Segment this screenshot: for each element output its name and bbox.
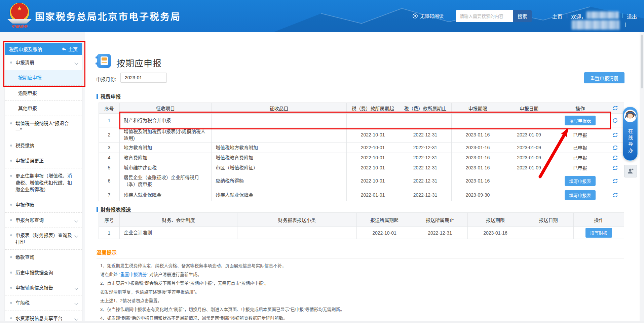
bullet-icon bbox=[10, 145, 12, 147]
sidebar-item-declaration-form-query-print[interactable]: 申报表（财务报表）查询及打印 bbox=[5, 228, 82, 250]
table-row: 4 教育费附加 增值税教育费附加 2022-10-01 2022-12-31 2… bbox=[99, 153, 624, 163]
sidebar-item-other-declaration[interactable]: 其他申报 bbox=[5, 101, 82, 116]
fill-financial-report-button[interactable]: 填写财报 bbox=[585, 228, 612, 238]
column-header: 操作 bbox=[574, 213, 624, 227]
refresh-icon[interactable] bbox=[612, 192, 618, 198]
column-header: 序号 bbox=[99, 213, 120, 227]
horizontal-scrollbar[interactable] bbox=[0, 321, 644, 323]
tax-bureau-logo: ★ 中国税务 bbox=[6, 2, 33, 29]
bullet-icon bbox=[10, 234, 12, 236]
electronic-tax-bureau-page: ★ 中国税务 国家税务总局北京市电子税务局 无障碍阅读 搜索 主页 | 欢迎， … bbox=[0, 0, 644, 323]
sidebar-item-payment-query[interactable]: 缴款查询 bbox=[5, 250, 82, 265]
sidebar-header: 税费申报及缴纳 主页 bbox=[5, 43, 82, 55]
separator: | bbox=[625, 22, 626, 27]
refresh-icon[interactable] bbox=[612, 145, 618, 151]
app-header: ★ 中国税务 国家税务总局北京市电子税务局 无障碍阅读 搜索 主页 | 欢迎， … bbox=[0, 0, 644, 32]
sidebar-item-declaration-ledger-query[interactable]: 申报台账查询 bbox=[5, 213, 82, 228]
logo-caption: 中国税务 bbox=[6, 24, 33, 29]
blurred-company-name bbox=[572, 20, 619, 30]
column-header: 财务报表报送小类 bbox=[237, 213, 357, 227]
fill-declaration-button[interactable]: 填写申报表 bbox=[565, 190, 595, 200]
refresh-icon[interactable] bbox=[612, 165, 618, 171]
column-header: 序号 bbox=[99, 103, 120, 114]
refresh-icon[interactable] bbox=[612, 132, 618, 138]
fill-declaration-button[interactable]: 填写申报表 bbox=[565, 176, 595, 186]
refresh-column-header bbox=[606, 103, 624, 114]
column-header: 报送所属期起 bbox=[357, 213, 412, 227]
sidebar-item-declaration-error-correction[interactable]: 申报错误更正 bbox=[5, 153, 82, 168]
accessibility-link[interactable]: 无障碍阅读 bbox=[412, 12, 444, 19]
column-header: 申报日期 bbox=[504, 103, 554, 114]
column-header: 税（费）款所属期止 bbox=[399, 103, 452, 114]
tips-divider bbox=[97, 258, 624, 258]
column-header: 财务、会计制度 bbox=[120, 213, 237, 227]
online-guide-label: 在线导办 bbox=[623, 125, 637, 158]
bullet-icon bbox=[10, 256, 12, 258]
reset-roster-link[interactable]: “重置申报清册” bbox=[119, 272, 148, 277]
financial-report-table: 序号 财务、会计制度 财务报表报送小类 报送所属期起 报送所属期止 报送期限 报… bbox=[99, 212, 624, 239]
sidebar-title: 税费申报及缴纳 bbox=[9, 46, 42, 52]
bullet-icon bbox=[10, 272, 12, 274]
sidebar-item-vehicle-vessel-tax[interactable]: 车船税 bbox=[5, 295, 82, 311]
declaration-month-input[interactable] bbox=[120, 73, 167, 83]
tax-declaration-section-title: 税费申报 bbox=[97, 93, 121, 100]
table-row: 2 增值税及附加税费申报表(小规模纳税人适用) 2022-10-01 2022-… bbox=[99, 127, 624, 143]
online-guide-button[interactable]: 在线导办 bbox=[623, 107, 638, 161]
home-link[interactable]: 主页 bbox=[552, 13, 562, 20]
sidebar-item-history-declaration-query[interactable]: 历史申报数据查询 bbox=[5, 265, 82, 280]
sidebar-item-declaration-roster[interactable]: 申报清册 bbox=[5, 55, 82, 70]
status-declared: 已申报 bbox=[573, 165, 587, 171]
refresh-icon[interactable] bbox=[612, 155, 618, 161]
refresh-icon[interactable] bbox=[612, 178, 618, 184]
sidebar-item-tax-payment[interactable]: 税费缴纳 bbox=[5, 138, 82, 153]
table-header-row: 序号 财务、会计制度 财务报表报送小类 报送所属期起 报送所属期止 报送期限 报… bbox=[99, 213, 624, 227]
sidebar-item-overdue-declaration[interactable]: 逾期申报 bbox=[5, 86, 82, 101]
tip-line: 如发现清册重复，也请点前述链接“重置申报清册”。 bbox=[100, 288, 199, 295]
refresh-icon[interactable] bbox=[612, 118, 618, 123]
table-row: 1 企业会计准则 2022-10-01 2022-12-31 2023-01-1… bbox=[99, 227, 624, 239]
sidebar-item-correct-prior-declaration[interactable]: 更正往期申报（增值税、消费税、增值税代扣代缴、扣缴企业所得税） bbox=[5, 168, 82, 197]
sidebar-item-vat-general-taxpayer[interactable]: 增值税一般纳税人“报退合一” bbox=[5, 116, 82, 138]
header-search: 搜索 bbox=[456, 10, 532, 22]
chevron-down-icon bbox=[74, 301, 78, 305]
chevron-down-icon bbox=[74, 286, 78, 290]
fill-declaration-button[interactable]: 填写申报表 bbox=[565, 116, 595, 125]
bullet-icon bbox=[10, 287, 12, 289]
contact-person-button[interactable] bbox=[624, 165, 637, 177]
sidebar-item-periodic-declaration[interactable]: 按期应申报 bbox=[5, 70, 82, 85]
status-declared: 已申报 bbox=[573, 132, 587, 138]
person-star-icon bbox=[627, 167, 634, 175]
sidebar-home-link[interactable]: 主页 bbox=[62, 46, 78, 52]
bullet-icon bbox=[10, 62, 12, 64]
tip-line: 请点此处 “重置申报清册” 对该户清册进行重新生成。 bbox=[100, 271, 202, 277]
bullet-icon bbox=[10, 204, 12, 206]
vertical-scrollbar[interactable] bbox=[640, 32, 644, 323]
declaration-month-label: 申报月份: bbox=[96, 76, 116, 82]
tip-line: 4、如发现“刷新”后的申报日期和状态不是最新情况，通常是因“刷新”按钮所查数据同… bbox=[100, 315, 288, 321]
bullet-icon bbox=[10, 219, 12, 221]
column-header: 报送所属期止 bbox=[412, 213, 468, 227]
scrollbar-thumb[interactable] bbox=[641, 35, 643, 88]
chevron-down-icon bbox=[74, 317, 78, 320]
bullet-icon bbox=[10, 122, 12, 124]
table-row: 5 城市维护建设税 市区（增值税附征） 2022-10-01 2022-12-3… bbox=[99, 163, 624, 173]
reset-roster-button[interactable]: 重置申报清册 bbox=[584, 72, 624, 83]
table-header-row: 序号 征收项目 征收品目 税（费）款所属期起 税（费）款所属期止 申报期限 申报… bbox=[99, 103, 624, 114]
status-declared: 已申报 bbox=[573, 145, 587, 151]
logout-link[interactable]: 退出 bbox=[627, 13, 637, 20]
tip-line: 无上述1、2情况请勿点击重置。 bbox=[100, 297, 162, 304]
sidebar-item-declaration-auxiliary-info[interactable]: 申报辅助信息报告 bbox=[5, 280, 82, 295]
tip-line: 3、仅当操作期间申报状态有变化时点“刷新”，切换月份、刚进入本页面、申报完成后本… bbox=[100, 306, 345, 312]
back-arrow-icon bbox=[62, 47, 67, 51]
search-input[interactable] bbox=[456, 10, 513, 22]
table-row: 3 地方教育附加 增值税地方教育附加 2022-10-01 2022-12-31… bbox=[99, 143, 624, 153]
bullet-icon bbox=[10, 317, 12, 319]
column-header: 税（费）款所属期起 bbox=[347, 103, 399, 114]
search-button[interactable]: 搜索 bbox=[513, 10, 532, 22]
sidebar-menu: 税费申报及缴纳 主页 申报清册 按期应申报 逾期申报 其他申报 增值税一般纳税人… bbox=[5, 43, 82, 323]
sidebar-item-declaration-void[interactable]: 申报作废 bbox=[5, 197, 82, 212]
column-header: 征收项目 bbox=[120, 103, 212, 114]
tips-title: 温馨提示 bbox=[97, 249, 117, 256]
headset-icon bbox=[625, 112, 637, 118]
refresh-icon[interactable] bbox=[612, 105, 618, 111]
